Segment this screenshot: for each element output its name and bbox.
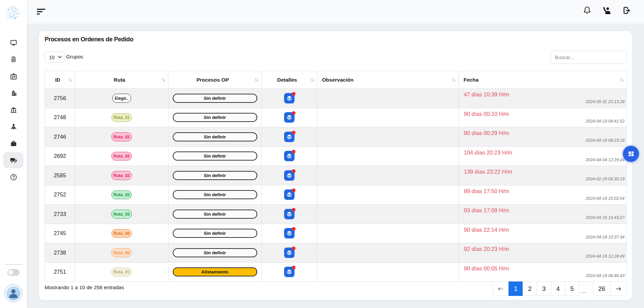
user-avatar[interactable] <box>4 284 22 302</box>
proceso-button[interactable]: Sin definir <box>173 248 257 257</box>
cell-fecha: 93 días 17:09 H/m2024-04-15 15:43:27 <box>459 205 627 224</box>
cell-detalles <box>262 89 317 108</box>
ruta-badge[interactable]: Elegir.. <box>112 94 131 103</box>
column-header-observación[interactable]: Observación <box>317 71 459 89</box>
table-row: 2751Ruta_01Alistamiento90 días 00:05 H/m… <box>45 262 627 282</box>
duration-text: 90 días 00:29 H/m <box>464 130 625 136</box>
cell-ruta: Ruta_03 <box>75 185 168 205</box>
page-length-select[interactable]: 10 <box>45 52 64 62</box>
ruta-badge[interactable]: Ruta_01 <box>111 113 132 122</box>
notification-dot <box>292 111 296 115</box>
proceso-button[interactable]: Sin definir <box>173 190 257 199</box>
cell-detalles <box>262 262 317 282</box>
sidebar-item-signboard[interactable] <box>0 68 27 85</box>
cell-detalles <box>262 224 317 243</box>
table-row: 2748Ruta_01Sin definir90 días 00:10 H/m2… <box>45 108 627 127</box>
cell-proceso: Sin definir <box>168 243 262 263</box>
timestamp-text: 2024-04-19 08:23:18 <box>464 138 625 143</box>
cell-id: 2751 <box>45 262 75 282</box>
sidebar-item-truck[interactable] <box>0 152 27 169</box>
notification-dot <box>292 92 296 96</box>
notification-dot <box>292 227 296 231</box>
app-logo-network-dots-icon[interactable] <box>5 5 20 20</box>
cell-fecha: 90 días 00:05 H/m2024-04-19 08:46:43 <box>459 262 627 282</box>
cell-proceso: Sin definir <box>168 224 262 243</box>
help-circle-icon <box>10 173 17 181</box>
menu-lines-icon[interactable] <box>37 9 46 17</box>
ruta-badge[interactable]: Ruta_02 <box>111 152 132 161</box>
ruta-badge[interactable]: Ruta_02 <box>111 171 132 180</box>
sidebar-item-fingerprint[interactable] <box>0 51 27 68</box>
proceso-button[interactable]: Sin definir <box>173 151 257 161</box>
cell-fecha: 90 días 00:10 H/m2024-04-19 08:41:52 <box>459 108 627 127</box>
cell-ruta: Ruta_02 <box>75 146 168 166</box>
cell-observacion <box>317 127 459 147</box>
cell-ruta: Ruta_06 <box>75 224 168 243</box>
theme-toggle[interactable] <box>7 269 19 276</box>
table-footer: Mostrando 1 a 10 de 258 entradas 12345..… <box>45 281 627 296</box>
sidebar-item-bank[interactable] <box>0 101 27 118</box>
proceso-button[interactable]: Sin definir <box>173 210 257 219</box>
timestamp-text: 2024-04-19 08:41:52 <box>464 119 625 124</box>
main-content: Procesos en Ordenes de Pedido 10 Grupos … <box>27 24 644 308</box>
proceso-button[interactable]: Sin definir <box>173 171 257 180</box>
pagination-page-5[interactable]: 5 <box>565 281 579 296</box>
page-title: Procesos en Ordenes de Pedido <box>45 36 133 43</box>
notification-dot <box>292 266 296 269</box>
search-input[interactable] <box>550 51 627 64</box>
column-header-id[interactable]: ID <box>45 71 75 89</box>
proceso-button[interactable]: Sin definir <box>173 113 257 122</box>
column-header-procesos-op[interactable]: Procesos OP <box>168 71 262 89</box>
table-body: 2756Elegir..Sin definir47 días 10:39 H/m… <box>45 89 627 282</box>
table-row: 2733Ruta_03Sin definir93 días 17:09 H/m2… <box>45 205 627 224</box>
pagination-page-26[interactable]: 26 <box>593 281 610 296</box>
cell-id: 2745 <box>45 224 75 243</box>
dashboard-grid-icon <box>629 151 634 156</box>
cell-observacion <box>317 205 459 224</box>
pagination-next[interactable] <box>610 281 627 296</box>
person-raised-hand-icon[interactable] <box>602 4 611 16</box>
column-header-detalles[interactable]: Detalles <box>262 71 317 89</box>
ruta-badge[interactable]: Ruta_06 <box>111 248 132 257</box>
table-head: IDRutaProcesos OPDetallesObservaciónFech… <box>45 71 627 89</box>
duration-text: 47 días 10:39 H/m <box>464 91 625 98</box>
fab-dashboard-button[interactable] <box>623 146 639 162</box>
cell-detalles <box>262 185 317 205</box>
timestamp-text: 2024-04-18 10:37:34 <box>464 235 625 239</box>
pagination-page-1[interactable]: 1 <box>508 281 523 296</box>
ruta-badge[interactable]: Ruta_01 <box>111 268 132 277</box>
proceso-button[interactable]: Alistamiento <box>173 267 257 276</box>
ruta-badge[interactable]: Ruta_03 <box>111 210 132 219</box>
sidebar-item-building[interactable] <box>0 85 27 101</box>
sidebar-item-help-circle[interactable] <box>0 169 27 185</box>
column-header-fecha[interactable]: Fecha <box>459 71 627 89</box>
cell-proceso: Alistamiento <box>168 262 262 282</box>
logout-icon[interactable] <box>622 4 631 16</box>
sidebar-item-briefcase[interactable] <box>0 135 27 152</box>
signboard-icon <box>10 73 17 80</box>
pagination-prev[interactable] <box>492 281 509 296</box>
building-icon <box>10 89 17 97</box>
pagination-page-3[interactable]: 3 <box>537 281 551 296</box>
table-row: 2756Elegir..Sin definir47 días 10:39 H/m… <box>45 89 627 108</box>
ruta-badge[interactable]: Ruta_03 <box>111 190 132 200</box>
pagination-page-2[interactable]: 2 <box>523 281 537 296</box>
notification-dot <box>292 247 296 250</box>
cell-id: 2733 <box>45 205 75 224</box>
bell-icon[interactable] <box>583 4 591 16</box>
sidebar-divider <box>5 264 22 265</box>
cell-proceso: Sin definir <box>168 89 262 108</box>
column-header-ruta[interactable]: Ruta <box>75 71 168 89</box>
proceso-button[interactable]: Sin definir <box>173 229 257 238</box>
sidebar-item-desktop[interactable] <box>0 34 27 51</box>
cell-detalles <box>262 166 317 185</box>
proceso-button[interactable]: Sin definir <box>173 132 257 141</box>
cell-detalles <box>262 243 317 263</box>
ruta-badge[interactable]: Ruta_06 <box>111 229 132 238</box>
ruta-badge[interactable]: Ruta_02 <box>111 132 132 141</box>
proceso-button[interactable]: Sin definir <box>173 94 257 103</box>
pagination-page-4[interactable]: 4 <box>551 281 565 296</box>
cell-observacion <box>317 146 459 166</box>
sidebar-item-reception-desk[interactable] <box>0 118 27 135</box>
timestamp-text: 2024-04-19 15:02:04 <box>464 196 625 201</box>
